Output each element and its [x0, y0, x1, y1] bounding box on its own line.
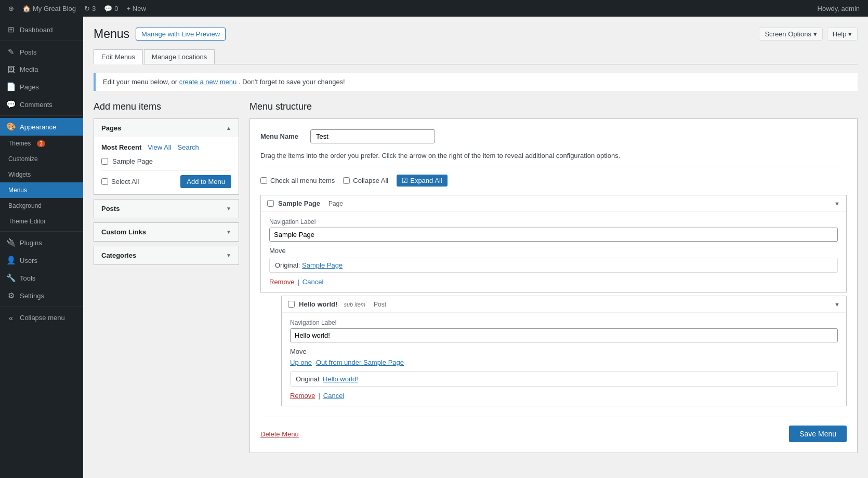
sample-page-original-link[interactable]: Sample Page — [302, 261, 343, 269]
sidebar-item-customize[interactable]: Customize — [0, 151, 83, 167]
menu-item-hello-world: Hello world! sub item Post ▼ Navigation … — [281, 296, 847, 406]
sidebar-item-collapse[interactable]: « Collapse menu — [0, 309, 83, 326]
help-button[interactable]: Help ▾ — [827, 28, 858, 41]
sidebar-item-settings[interactable]: ⚙ Settings — [0, 287, 83, 304]
menu-item-sample-page-body: Navigation Label Move Original: Sample P… — [261, 211, 846, 292]
add-to-menu-button[interactable]: Add to Menu — [180, 175, 231, 188]
sample-page-cancel-link[interactable]: Cancel — [303, 278, 323, 286]
accordion-custom-links: Custom Links ▼ — [94, 222, 239, 242]
sidebar-item-dashboard[interactable]: ⊞ Dashboard — [0, 21, 83, 38]
expand-icon: ☑ — [402, 177, 408, 184]
sample-page-item-checkbox[interactable] — [267, 200, 274, 207]
menu-item-sample-page: Sample Page Page ▼ Navigation Label Move… — [260, 195, 847, 293]
admin-bar-site[interactable]: 🏠 My Great Blog — [18, 0, 80, 17]
accordion-posts-header[interactable]: Posts ▼ — [94, 200, 239, 218]
chevron-down-icon: ▼ — [226, 253, 231, 258]
collapse-all-checkbox[interactable] — [343, 177, 350, 184]
accordion-categories: Categories ▼ — [94, 246, 239, 265]
hello-world-arrow-icon[interactable]: ▼ — [834, 301, 840, 308]
hello-world-move-label: Move — [290, 348, 838, 355]
bottom-actions: Delete Menu Save Menu — [260, 417, 847, 442]
create-new-menu-link[interactable]: create a new menu — [179, 78, 237, 86]
menu-name-input[interactable] — [310, 129, 435, 143]
admin-bar-logo[interactable]: ⊕ — [4, 0, 18, 17]
accordion-custom-links-header[interactable]: Custom Links ▼ — [94, 223, 239, 241]
sample-page-checkbox[interactable] — [101, 158, 108, 165]
move-up-one-link[interactable]: Up one — [290, 358, 312, 366]
accordion-posts: Posts ▼ — [94, 199, 239, 218]
header-actions: Screen Options ▾ Help ▾ — [759, 28, 858, 41]
accordion-pages-header[interactable]: Pages ▲ — [94, 119, 239, 137]
sample-page-nav-label-input[interactable] — [269, 228, 838, 242]
hello-world-cancel-link[interactable]: Cancel — [323, 392, 344, 400]
page-header: Menus Manage with Live Preview Screen Op… — [94, 27, 858, 41]
sidebar-item-users[interactable]: 👤 Users — [0, 251, 83, 269]
hello-world-original-link[interactable]: Hello world! — [323, 375, 358, 383]
live-preview-button[interactable]: Manage with Live Preview — [136, 28, 226, 41]
screen-options-button[interactable]: Screen Options ▾ — [759, 28, 822, 41]
menu-structure-title: Menu structure — [249, 101, 858, 112]
themes-badge: 3 — [37, 140, 45, 147]
hello-world-item-checkbox[interactable] — [288, 301, 295, 308]
sidebar-item-appearance[interactable]: 🎨 Appearance — [0, 118, 83, 136]
content-grid: Add menu items Pages ▲ Most Recent View … — [94, 101, 858, 453]
delete-menu-link[interactable]: Delete Menu — [260, 430, 299, 438]
nav-label-label: Navigation Label — [269, 218, 838, 225]
menu-item-sample-page-header[interactable]: Sample Page Page ▼ — [261, 195, 846, 211]
hello-world-actions: Remove | Cancel — [290, 392, 838, 400]
tab-edit-menus[interactable]: Edit Menus — [94, 49, 143, 64]
dashboard-icon: ⊞ — [6, 25, 16, 34]
admin-bar-new[interactable]: + New — [123, 0, 150, 17]
accordion-categories-header[interactable]: Categories ▼ — [94, 246, 239, 264]
pages-tab-search[interactable]: Search — [178, 143, 199, 151]
save-menu-button[interactable]: Save Menu — [789, 426, 847, 442]
add-menu-items-title: Add menu items — [94, 101, 239, 112]
admin-bar-updates[interactable]: ↻ 3 — [80, 0, 100, 17]
sidebar-item-themes[interactable]: Themes 3 — [0, 136, 83, 151]
sample-page-remove-link[interactable]: Remove — [269, 278, 294, 286]
hello-world-nav-label-label: Navigation Label — [290, 319, 838, 326]
sidebar-item-plugins[interactable]: 🔌 Plugins — [0, 234, 83, 251]
accordion-pages-footer: Select All Add to Menu — [101, 170, 231, 188]
sidebar-item-background[interactable]: Background — [0, 198, 83, 214]
sidebar-item-tools[interactable]: 🔧 Tools — [0, 269, 83, 287]
admin-bar-comments[interactable]: 💬 0 — [100, 0, 122, 17]
menu-item-hello-world-header[interactable]: Hello world! sub item Post ▼ — [282, 296, 846, 312]
plugins-icon: 🔌 — [6, 238, 16, 247]
drag-hint: Drag the items into the order you prefer… — [260, 152, 847, 166]
comments-icon: 💬 — [104, 5, 112, 12]
hello-world-remove-link[interactable]: Remove — [290, 392, 315, 400]
sidebar-item-comments[interactable]: 💬 Comments — [0, 96, 83, 113]
hello-world-nav-label-input[interactable] — [290, 328, 838, 342]
expand-all-button[interactable]: ☑ Expand All — [397, 175, 447, 187]
tab-manage-locations[interactable]: Manage Locations — [144, 49, 215, 64]
sample-page-actions: Remove | Cancel — [269, 278, 838, 286]
move-label: Move — [269, 247, 838, 255]
select-all-label[interactable]: Select All — [101, 178, 139, 185]
check-all-label[interactable]: Check all menu items — [260, 177, 335, 184]
menus-tabs: Edit Menus Manage Locations — [94, 49, 858, 64]
pages-tab-most-recent[interactable]: Most Recent — [101, 143, 141, 151]
menu-item-hello-world-body: Navigation Label Move Up one Out from un… — [282, 312, 846, 406]
move-out-from-under-link[interactable]: Out from under Sample Page — [316, 358, 404, 366]
pages-tab-view-all[interactable]: View All — [148, 143, 171, 151]
chevron-down-icon: ▼ — [226, 206, 231, 211]
pages-item-sample-page: Sample Page — [101, 157, 231, 165]
pages-sub-tabs: Most Recent View All Search — [101, 143, 231, 151]
chevron-down-icon: ▼ — [226, 229, 231, 235]
sidebar-item-widgets[interactable]: Widgets — [0, 167, 83, 182]
appearance-icon: 🎨 — [6, 122, 16, 131]
check-all-checkbox[interactable] — [260, 177, 267, 184]
sidebar-item-menus[interactable]: Menus — [0, 182, 83, 198]
right-panel: Menu structure Menu Name Drag the items … — [249, 101, 858, 453]
sidebar-item-pages[interactable]: 📄 Pages — [0, 78, 83, 96]
sample-page-arrow-icon[interactable]: ▼ — [834, 201, 840, 207]
select-all-checkbox[interactable] — [101, 178, 108, 185]
admin-bar-howdy[interactable]: Howdy, admin — [813, 0, 864, 17]
sidebar: ⊞ Dashboard ✎ Posts 🖼 Media 📄 Pages 💬 Co… — [0, 17, 83, 478]
sidebar-item-theme-editor[interactable]: Theme Editor — [0, 214, 83, 229]
sidebar-item-media[interactable]: 🖼 Media — [0, 61, 83, 78]
collapse-all-label[interactable]: Collapse All — [343, 177, 388, 184]
page-title: Menus — [94, 27, 129, 41]
sidebar-item-posts[interactable]: ✎ Posts — [0, 43, 83, 61]
